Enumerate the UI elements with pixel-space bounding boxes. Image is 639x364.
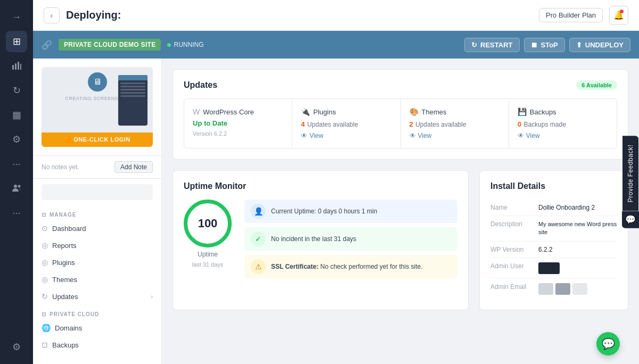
current-uptime-icon: 👤: [251, 204, 266, 219]
available-badge: 6 Available: [576, 80, 617, 90]
link-icon[interactable]: 🔗: [42, 40, 52, 50]
plan-badge[interactable]: Pro Builder Plan: [539, 8, 603, 22]
sidebar-item-reports[interactable]: ◎ Reports: [33, 237, 161, 254]
nav-chart-icon[interactable]: [6, 55, 27, 77]
wordpress-status: Up to Date: [193, 119, 283, 127]
restart-icon: ↻: [471, 41, 477, 49]
sidebar-item-dashboard[interactable]: ⊙ Dashboard: [33, 220, 161, 237]
top-header: ‹ Deploying: Pro Builder Plan 🔔: [33, 0, 639, 31]
uptime-items: 👤 Current Uptime: 0 days 0 hours 1 min ✓…: [244, 200, 457, 278]
sidebar-item-domains[interactable]: 🌐 Domains: [33, 319, 161, 336]
mockup-line: [120, 92, 145, 94]
site-name-badge: PRIVATE CLOUD DEMO SITE: [59, 39, 161, 51]
themes-header: 🎨 Themes: [409, 107, 500, 116]
sidebar: 🖥 CREATING SCREENSHOT: [33, 59, 162, 364]
bottom-row: Uptime Monitor 100 Uptime last 31 days: [173, 170, 628, 310]
plugins-cell: 🔌 Plugins 4 Updates available 👁 View: [292, 99, 400, 148]
stop-label: SToP: [541, 41, 558, 49]
dashboard-label: Dashboard: [52, 225, 86, 233]
incident-text: No incident in the last 31 days: [271, 235, 356, 243]
svg-rect-0: [12, 65, 14, 70]
uptime-title: Uptime Monitor: [184, 181, 246, 191]
wordpress-version: Version 6.2.2: [193, 130, 283, 137]
preview-thumbnail: 🖥 CREATING SCREENSHOT: [42, 67, 153, 147]
main-wrap: ‹ Deploying: Pro Builder Plan 🔔 🔗 PRIVAT…: [33, 0, 639, 364]
install-title: Install Details: [490, 181, 545, 191]
nav-table-icon[interactable]: ▦: [6, 104, 27, 126]
install-admin-user-label: Admin User: [490, 262, 533, 270]
restart-label: RESTART: [480, 41, 512, 49]
uptime-item-current: 👤 Current Uptime: 0 days 0 hours 1 min: [244, 200, 457, 223]
search-placeholder: [42, 184, 153, 200]
svg-rect-3: [20, 64, 21, 70]
svg-rect-2: [18, 62, 19, 70]
uptime-card: Uptime Monitor 100 Uptime last 31 days: [173, 170, 469, 310]
stop-button[interactable]: ⏹ SToP: [524, 38, 565, 52]
feedback-button[interactable]: Provide Feedback!: [622, 136, 638, 211]
backups-cell-icon: 💾: [518, 107, 527, 116]
plugins-view-link[interactable]: 👁 View: [301, 132, 391, 139]
install-admin-user-row: Admin User: [490, 258, 617, 279]
swatch-3: [572, 283, 587, 295]
notification-button[interactable]: 🔔: [609, 6, 628, 25]
svg-point-4: [14, 185, 17, 188]
reports-icon: ◎: [42, 241, 48, 250]
svg-point-5: [18, 185, 21, 188]
plugins-cell-icon: 🔌: [301, 107, 310, 116]
gauge-ring: 100: [184, 200, 232, 247]
sidebar-item-plugins[interactable]: ◎ Plugins: [33, 254, 161, 271]
nav-dots2-icon[interactable]: ···: [6, 202, 27, 224]
sidebar-item-themes[interactable]: ◎ Themes: [33, 271, 161, 288]
install-admin-email-label: Admin Email: [490, 283, 533, 291]
uptime-header: Uptime Monitor: [184, 181, 457, 191]
mockup-bar: [118, 75, 148, 80]
mockup-line: [120, 89, 145, 90]
updates-icon: ↻: [42, 292, 48, 301]
nav-arrow-icon[interactable]: →: [6, 6, 27, 28]
chat-bubble[interactable]: 💬: [596, 332, 620, 355]
install-desc-value: My awesome new Word press site: [538, 220, 617, 237]
nav-settings2-icon[interactable]: ⚙: [6, 336, 27, 358]
nav-settings-icon[interactable]: ⚙: [6, 129, 27, 150]
notification-dot: [620, 10, 624, 13]
nav-dots-icon[interactable]: ···: [6, 153, 27, 175]
incident-icon: ✓: [251, 231, 266, 246]
uptime-gauge: 100 Uptime last 31 days: [184, 200, 232, 268]
restart-button[interactable]: ↻ RESTART: [464, 38, 519, 52]
feedback-widget: Provide Feedback! 💬: [622, 136, 639, 228]
back-button[interactable]: ‹: [44, 7, 60, 23]
nav-grid-icon[interactable]: ⊞: [6, 31, 27, 52]
install-header: Install Details: [490, 181, 617, 191]
ssl-text: SSL Certificate: No check performed yet …: [271, 263, 423, 270]
updates-card: Updates 6 Available W WordPress Core Up …: [173, 69, 628, 160]
wordpress-core-cell: W WordPress Core Up to Date Version 6.2.…: [184, 99, 292, 148]
nav-refresh-icon[interactable]: ↻: [6, 80, 27, 101]
uptime-item-ssl: ⚠ SSL Certificate: No check performed ye…: [244, 255, 457, 278]
install-desc-label: Description: [490, 220, 533, 228]
sidebar-item-backups[interactable]: ⊡ Backups: [33, 336, 161, 353]
backups-header: 💾 Backups: [518, 107, 608, 116]
themes-icon: ◎: [42, 275, 48, 284]
install-name-row: Name Dollie Onboarding 2: [490, 200, 617, 216]
sidebar-item-updates[interactable]: ↻ Updates ›: [33, 288, 161, 305]
manage-icon: ⊡: [42, 212, 46, 218]
themes-cell: 🎨 Themes 2 Updates available 👁 View: [401, 99, 509, 148]
cloud-section-label: ⊡ PRIVATE CLOUD: [33, 305, 161, 319]
updates-title: Updates: [184, 80, 217, 90]
backups-view-link[interactable]: 👁 View: [518, 132, 608, 139]
domains-label: Domains: [55, 324, 82, 332]
nav-users-icon[interactable]: [6, 178, 27, 199]
feedback-chat-icon[interactable]: 💬: [622, 211, 639, 228]
svg-rect-1: [15, 63, 17, 70]
one-click-login-button[interactable]: 🟠 ONE-CLICK LOGIN: [42, 133, 153, 147]
undeploy-button[interactable]: ⬆ UNDEPLOY: [569, 38, 630, 52]
themes-view-link[interactable]: 👁 View: [409, 132, 500, 139]
add-note-button[interactable]: Add Note: [114, 161, 153, 173]
install-admin-email-row: Admin Email: [490, 279, 617, 299]
dashboard-icon: ⊙: [42, 224, 48, 233]
backups-count: 0: [518, 120, 521, 128]
site-header-actions: ↻ RESTART ⏹ SToP ⬆ UNDEPLOY: [464, 38, 630, 52]
admin-user-swatch: [538, 262, 560, 274]
install-details-card: Install Details Name Dollie Onboarding 2…: [479, 170, 628, 310]
themes-view-icon: 👁: [409, 132, 416, 139]
